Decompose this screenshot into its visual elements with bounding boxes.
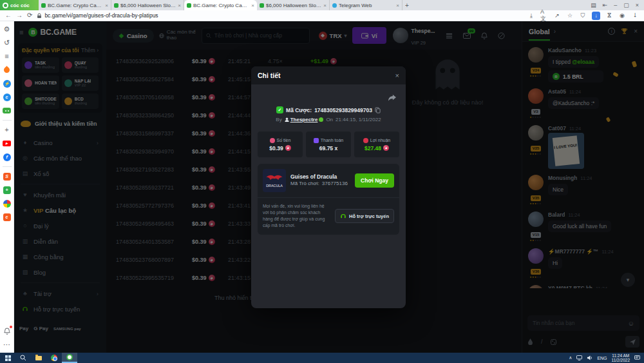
- url-text: bc.game/vi/game/guises-of-dracula-by-pla…: [44, 12, 158, 19]
- downloads-tray-icon[interactable]: ⭣: [631, 12, 639, 19]
- language-indicator[interactable]: ENG: [597, 356, 607, 360]
- stat-payout: Thanh toán 69.75 x: [306, 132, 351, 157]
- back-button[interactable]: ←: [5, 12, 12, 19]
- hot-trends-icon[interactable]: [3, 66, 11, 74]
- tab-close-icon[interactable]: ×: [178, 3, 181, 8]
- games-icon[interactable]: [3, 106, 11, 115]
- browser-side-strip: ⚙ ↺ ≡ ⚡ c + ▶ f S + c ⋯: [0, 21, 14, 353]
- extensions-icon[interactable]: ⴵ: [605, 12, 613, 19]
- minimize-button[interactable]: –: [614, 2, 617, 8]
- bet-details-modal: Chi tiết × ✓ Mã Cược: 174830529382994970…: [251, 66, 406, 308]
- tab-close-icon[interactable]: ×: [396, 3, 399, 8]
- bcgame-page: ≡ BBC.GAME Đặc quyền VIP của tôiThêm › T…: [14, 21, 644, 353]
- bet-stats: Số tiền $0.39◆ Thanh toán 69.75 x Lợi nh…: [251, 132, 406, 157]
- tab-close-icon[interactable]: ×: [251, 3, 254, 8]
- cart-icon[interactable]: c: [3, 213, 11, 221]
- file-explorer-button[interactable]: [31, 353, 46, 363]
- taskbar-search-button[interactable]: [15, 353, 31, 363]
- download-active-icon[interactable]: ↓: [592, 12, 600, 20]
- facebook-icon[interactable]: f: [3, 153, 11, 161]
- bcgame-favicon: [114, 3, 118, 8]
- play-now-button[interactable]: Chơi Ngay: [355, 173, 394, 188]
- bcgame-favicon: [187, 3, 191, 8]
- bookmark-star-icon[interactable]: ☆: [566, 12, 574, 19]
- svg-text:DRACULA: DRACULA: [266, 184, 283, 188]
- coccoc-logo-icon: [3, 3, 8, 8]
- address-bar[interactable]: bc.game/vi/game/guises-of-dracula-by-pla…: [37, 12, 523, 19]
- stat-amount: Số tiền $0.39◆: [258, 132, 303, 157]
- coin-icon: ◆: [285, 145, 291, 151]
- tab-search-icon[interactable]: ⇤: [603, 2, 608, 8]
- modal-title: Chi tiết: [258, 72, 281, 79]
- sidepanel-icon[interactable]: ▤: [591, 2, 596, 8]
- coccoc-button[interactable]: [62, 353, 77, 363]
- settings-gear-icon[interactable]: ⚙: [3, 25, 11, 34]
- bet-id-line: ✓ Mã Cược: 1748305293829949703: [251, 106, 406, 113]
- zalo-icon[interactable]: c: [3, 93, 11, 101]
- sticker-icon[interactable]: [3, 199, 11, 208]
- player-link[interactable]: Thespectre: [285, 117, 324, 123]
- bet-datetime: 21:44:15, 1/11/2022: [336, 117, 381, 123]
- game-thumbnail[interactable]: DRACULA: [263, 169, 286, 192]
- tab-bcgame-1[interactable]: BC.Game: Crypto Casino Gan×: [39, 0, 111, 10]
- windows-taskbar: ∧ ENG 11:24 AM11/2/2022: [0, 353, 644, 363]
- add-shortcut-icon[interactable]: +: [3, 126, 11, 134]
- telegram-favicon: [332, 3, 337, 8]
- tab-close-icon[interactable]: ×: [323, 3, 327, 8]
- browser-brand: cốc cốc: [0, 0, 39, 10]
- modal-close-icon[interactable]: ×: [395, 72, 399, 79]
- support-note: Mọi vấn đề, xin vui lòng liên hệ với bộ …: [263, 203, 331, 230]
- system-tray: ∧ ENG 11:24 AM11/2/2022: [565, 353, 644, 363]
- tab-halloween-2[interactable]: $6,000 Halloween Slot Battl×: [257, 0, 330, 10]
- maximize-button[interactable]: ▢: [623, 2, 629, 8]
- tray-expand-icon[interactable]: ∧: [569, 355, 572, 360]
- game-title: Guises of Dracula: [290, 173, 350, 181]
- shopee-icon[interactable]: S: [3, 172, 11, 181]
- messenger-icon[interactable]: ⚡: [3, 79, 11, 88]
- gift-icon[interactable]: +: [3, 186, 11, 194]
- coin-icon: ◆: [383, 145, 389, 151]
- game-id: 376775136: [322, 181, 348, 187]
- verified-shield-icon: ✓: [276, 106, 283, 113]
- reload-button[interactable]: ⟳: [27, 12, 32, 19]
- brand-label: cốc cốc: [10, 3, 30, 8]
- bcgame-favicon: [260, 3, 264, 8]
- stat-profit: Lợi nhuận $27.48◆: [354, 132, 399, 157]
- card-icon: [314, 138, 319, 143]
- profit-icon: [363, 138, 368, 143]
- bet-author-line: By Thespectre On 21:44:15, 1/11/2022: [251, 117, 406, 123]
- new-tab-button[interactable]: +: [402, 0, 412, 10]
- profile-icon[interactable]: ◉: [618, 12, 626, 19]
- share-icon[interactable]: ↗: [553, 12, 561, 19]
- close-button[interactable]: ×: [636, 2, 639, 8]
- bet-id-value: 1748305293829949703: [314, 107, 372, 113]
- history-icon[interactable]: ↺: [3, 39, 11, 47]
- tab-close-icon[interactable]: ×: [105, 3, 108, 8]
- tab-telegram[interactable]: Telegram Web×: [330, 0, 402, 10]
- save-page-icon[interactable]: ⤓: [527, 12, 535, 19]
- tab-bcgame-2-active[interactable]: BC.Game: Crypto Casino Gan×: [184, 0, 257, 10]
- tab-halloween-1[interactable]: $6,000 Halloween Slot Battle×: [111, 0, 184, 10]
- share-bet-icon[interactable]: [388, 93, 397, 101]
- adblock-shield-icon[interactable]: ⛉: [579, 12, 587, 19]
- live-support-button[interactable]: Hỗ trợ trực tuyến: [335, 209, 394, 223]
- modal-header: Chi tiết ×: [251, 66, 406, 84]
- feed-icon[interactable]: ≡: [3, 52, 11, 61]
- bet-id-label: Mã Cược:: [286, 107, 312, 113]
- start-button[interactable]: [0, 353, 15, 363]
- tray-display-icon[interactable]: [576, 355, 582, 360]
- taskbar-clock[interactable]: 11:24 AM11/2/2022: [612, 353, 630, 363]
- forward-button[interactable]: →: [16, 12, 23, 19]
- game-card: DRACULA Guises of Dracula Mã Trò chơi:37…: [258, 164, 399, 235]
- bcgame-favicon: [41, 3, 46, 8]
- translate-icon[interactable]: A文: [540, 12, 548, 19]
- chrome-button[interactable]: [46, 353, 62, 363]
- copy-icon[interactable]: [375, 107, 381, 113]
- youtube-icon[interactable]: ▶: [3, 139, 11, 148]
- action-center-icon[interactable]: [634, 355, 640, 360]
- more-menu-icon[interactable]: ⋯: [3, 340, 11, 349]
- browser-toolbar: ← → ⟳ bc.game/vi/game/guises-of-dracula-…: [0, 10, 644, 21]
- user-icon: [285, 117, 289, 122]
- tray-volume-icon[interactable]: [587, 355, 592, 360]
- notifications-bell-icon[interactable]: [3, 327, 11, 335]
